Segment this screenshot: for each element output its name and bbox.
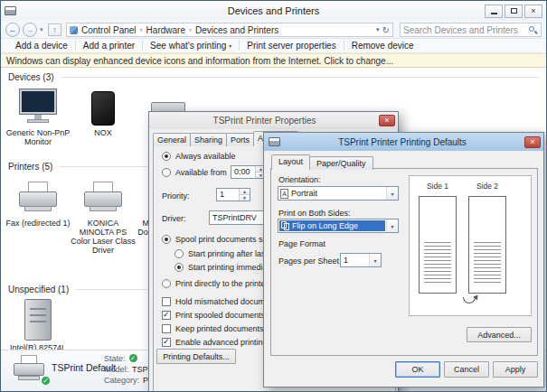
search-icon[interactable] [528, 25, 538, 35]
print-server-properties-button[interactable]: Print server properties [240, 41, 343, 51]
available-from-radio[interactable]: Available from [162, 168, 227, 177]
tab-ports[interactable]: Ports [226, 133, 254, 146]
add-printer-button[interactable]: Add a printer [76, 41, 142, 51]
refresh-icon[interactable]: ↻ [382, 25, 390, 35]
devices-and-printers-window: Devices and Printers × ← → ▾ ↑ Control P… [0, 0, 547, 392]
radio-icon [174, 263, 184, 272]
maximize-button[interactable] [505, 5, 523, 18]
device-label: Generic Non-PnP Monitor [5, 128, 71, 146]
detail-row-state: State: ✓ [104, 354, 137, 363]
dropdown-icon: ▾ [229, 42, 231, 49]
properties-titlebar[interactable]: TSPrint Printer Properties × [149, 112, 398, 129]
selected-printer-icon: ✓ [12, 355, 46, 384]
device-item-generic-monitor[interactable]: Generic Non-PnP Monitor [5, 84, 71, 146]
printing-defaults-dialog: TSPrint Printer Printing Defaults × Layo… [263, 132, 544, 387]
both-sides-value: Flip on Long Edge [292, 221, 358, 230]
tab-paper-quality[interactable]: Paper/Quality [309, 156, 373, 170]
text-lines [424, 242, 451, 285]
add-device-button[interactable]: Add a device [8, 41, 75, 51]
keep-printed-checkbox[interactable]: Keep printed documents [162, 324, 264, 333]
info-bar-text: Windows can display enhanced device icon… [6, 56, 393, 66]
minimize-icon [491, 13, 497, 14]
see-whats-printing-button[interactable]: See what's printing ▾ [143, 41, 239, 51]
remove-device-button[interactable]: Remove device [344, 41, 421, 51]
radio-icon [162, 235, 171, 244]
available-from-time-spinner[interactable]: 0:00 ▲▼ [231, 165, 267, 179]
radio-icon [174, 249, 184, 258]
breadcrumb-hardware[interactable]: Hardware [146, 25, 185, 35]
checkbox-label: Keep printed documents [175, 324, 264, 333]
orientation-combo[interactable]: A Portrait ▾ [278, 186, 399, 201]
unspecified-item-intel[interactable]: Intel(R) 82574L [5, 299, 71, 352]
side2-label: Side 2 [468, 182, 506, 191]
both-sides-label: Print on Both Sides: [278, 209, 351, 218]
pages-per-sheet-combo[interactable]: 1 ▾ [340, 253, 382, 267]
properties-close-button[interactable]: × [379, 115, 395, 126]
breadcrumb-devices-and-printers[interactable]: Devices and Printers [195, 25, 278, 35]
checkbox-icon [162, 338, 171, 347]
always-available-radio[interactable]: Always available [162, 152, 236, 161]
print-directly-radio[interactable]: Print directly to the printer [162, 279, 269, 288]
duplex-icon [281, 221, 289, 230]
button-label: Printing Defaults... [163, 352, 230, 361]
checkbox-icon [162, 297, 171, 306]
dropdown-icon: ▾ [369, 254, 381, 266]
info-bar[interactable]: Windows can display enhanced device icon… [1, 53, 546, 68]
printer-item-fax[interactable]: Fax (redirected 1) [5, 174, 71, 228]
button-label: OK [411, 365, 423, 374]
command-bar: Add a device Add a printer See what's pr… [1, 39, 546, 53]
defaults-close-button[interactable]: × [524, 136, 541, 148]
tab-layout[interactable]: Layout [271, 154, 310, 170]
button-label: Apply [505, 365, 526, 374]
radio-label: Always available [175, 152, 236, 161]
dropdown-icon: ▾ [386, 219, 398, 232]
spin-down-icon[interactable]: ▼ [240, 194, 250, 201]
both-sides-combo[interactable]: Flip on Long Edge ▾ [278, 219, 399, 233]
defaults-titlebar[interactable]: TSPrint Printer Printing Defaults × [264, 133, 543, 151]
printer-icon [82, 182, 124, 216]
button-label: Advanced... [477, 331, 521, 340]
group-label: Unspecified (1) [8, 285, 69, 294]
dialog-printer-icon [269, 137, 280, 146]
device-icon [91, 91, 115, 126]
history-dropdown-icon[interactable]: ▾ [40, 26, 43, 33]
time-value: 0:00 [231, 166, 255, 178]
side1-label: Side 1 [419, 182, 457, 191]
printing-defaults-button[interactable]: Printing Defaults... [156, 349, 236, 364]
orientation-label: Orientation: [278, 175, 321, 184]
checkbox-icon [162, 324, 171, 333]
address-dropdown-icon[interactable]: ▾ [376, 26, 380, 33]
apply-button[interactable]: Apply [493, 361, 538, 378]
back-button[interactable]: ← [5, 23, 20, 37]
up-button[interactable]: ↑ [48, 23, 61, 36]
group-line [61, 77, 539, 78]
defaults-tabs: Layout Paper/Quality [271, 154, 373, 170]
tab-general[interactable]: General [153, 133, 191, 146]
printer-item-konica[interactable]: KONICA MINOLTA PS Color Laser Class Driv… [70, 174, 137, 255]
text-lines [474, 242, 501, 285]
portrait-icon: A [280, 189, 288, 199]
address-bar[interactable]: Control Panel › Hardware › Devices and P… [66, 23, 393, 37]
forward-button[interactable]: → [23, 23, 37, 37]
state-ok-icon: ✓ [129, 354, 137, 362]
cancel-button[interactable]: Cancel [444, 361, 489, 378]
priority-spinner[interactable]: 1 ▲▼ [216, 188, 250, 201]
priority-value: 1 [217, 189, 239, 201]
advanced-button[interactable]: Advanced... [467, 327, 532, 342]
search-box[interactable]: Search Devices and Printers [400, 23, 542, 37]
group-header-devices[interactable]: Devices (3) [8, 72, 539, 82]
tab-sharing[interactable]: Sharing [190, 133, 227, 146]
close-button[interactable]: × [524, 5, 542, 18]
preview-panel: Side 1 Side 2 [409, 175, 532, 316]
breadcrumb-control-panel[interactable]: Control Panel [81, 25, 137, 35]
ok-button[interactable]: OK [395, 361, 440, 378]
window-title: Devices and Printers [1, 5, 546, 16]
driver-label: Driver: [162, 214, 186, 223]
minimize-button[interactable] [485, 5, 503, 18]
state-label: State: [104, 354, 126, 363]
device-item-nox[interactable]: NOX [70, 84, 137, 137]
window-controls: × [485, 5, 542, 18]
radio-icon [162, 168, 171, 177]
default-check-icon: ✓ [41, 376, 51, 386]
flip-arrow-icon [463, 297, 477, 306]
